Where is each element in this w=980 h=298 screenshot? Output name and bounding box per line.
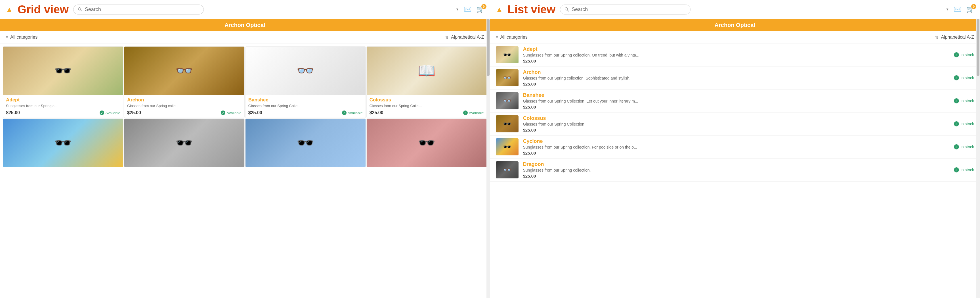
- product-price-archon: $25.00: [127, 110, 141, 115]
- grid-product-area: Adept Sunglasses from our Spring c... $2…: [0, 43, 490, 298]
- list-view-title: List view: [508, 4, 555, 15]
- list-item-adept[interactable]: Adept Sunglasses from our Spring collect…: [490, 43, 980, 67]
- product-image-banshee: [245, 46, 366, 95]
- grid-mail-button[interactable]: ✉️: [464, 6, 471, 13]
- grid-logo-icon: ▲: [6, 5, 13, 14]
- list-status-archon: ✓ In stock: [954, 75, 974, 80]
- list-cart-badge: 0: [971, 4, 976, 9]
- list-scrollbar-thumb[interactable]: [977, 19, 980, 76]
- list-sort-icon: ⇅: [935, 35, 939, 40]
- in-stock-badge-dragoon: ✓ In stock: [954, 167, 974, 172]
- grid-sort-icon: ⇅: [445, 35, 449, 40]
- list-item-cyclone[interactable]: Cyclone Sunglasses from our Spring colle…: [490, 135, 980, 159]
- product-check-adept: ✓: [100, 110, 104, 115]
- list-name-cyclone: Cyclone: [523, 139, 949, 144]
- list-mail-button[interactable]: ✉️: [954, 6, 961, 13]
- grid-filter-bar: ≡ All categories ⇅ Alphabetical A-Z: [0, 31, 490, 43]
- product-status-archon: ✓ Available: [221, 110, 242, 115]
- list-sort-filter[interactable]: ⇅ Alphabetical A-Z: [935, 35, 974, 40]
- check-adept: ✓: [954, 52, 959, 57]
- list-item-banshee[interactable]: Banshee Glasses from our Spring Collecti…: [490, 89, 980, 113]
- list-price-cyclone: $25.00: [523, 151, 949, 155]
- grid-search-icon: [78, 7, 83, 12]
- list-item-colossus[interactable]: Colossus Glasses from our Spring Collect…: [490, 113, 980, 135]
- svg-line-3: [567, 10, 569, 11]
- svg-point-0: [78, 8, 81, 10]
- grid-topbar-icons: ✉️ 🛒 0: [464, 6, 484, 13]
- product-desc-colossus: Glasses from our Spring Colle...: [369, 104, 484, 108]
- product-card-row2-1[interactable]: [3, 118, 124, 167]
- product-card-archon[interactable]: Archon Glasses from our Spring colle... …: [124, 46, 245, 118]
- product-desc-banshee: Glasses from our Spring Colle...: [248, 104, 363, 108]
- product-grid-row1: Adept Sunglasses from our Spring c... $2…: [3, 46, 487, 118]
- product-check-archon: ✓: [221, 110, 225, 115]
- in-stock-badge-banshee: ✓ In stock: [954, 98, 974, 104]
- list-desc-archon: Glasses from our Spring collection. Soph…: [523, 76, 949, 80]
- grid-sort-filter[interactable]: ⇅ Alphabetical A-Z: [445, 35, 484, 40]
- list-logo-icon: ▲: [496, 5, 503, 14]
- list-item-archon[interactable]: Archon Glasses from our Spring collectio…: [490, 67, 980, 89]
- list-name-archon: Archon: [523, 69, 949, 75]
- list-image-cyclone: [496, 139, 519, 155]
- grid-cart-button[interactable]: 🛒 0: [477, 6, 484, 13]
- list-price-archon: $25.00: [523, 81, 949, 86]
- product-price-banshee: $25.00: [248, 110, 262, 115]
- product-card-row2-4[interactable]: [366, 118, 487, 167]
- in-stock-badge-archon: ✓ In stock: [954, 75, 974, 80]
- grid-search-input[interactable]: [85, 6, 199, 13]
- list-all-categories-label: All categories: [500, 35, 528, 40]
- product-card-banshee[interactable]: Banshee Glasses from our Spring Colle...…: [245, 46, 366, 118]
- check-cyclone: ✓: [954, 144, 959, 150]
- product-image-archon: [124, 46, 244, 95]
- product-image-row2-1: [3, 119, 123, 167]
- list-scrollbar[interactable]: [976, 19, 980, 298]
- product-desc-archon: Glasses from our Spring colle...: [127, 104, 242, 108]
- list-cart-button[interactable]: 🛒 0: [966, 6, 974, 13]
- product-desc-adept: Sunglasses from our Spring c...: [6, 104, 120, 108]
- product-card-colossus[interactable]: Colossus Glasses from our Spring Colle..…: [366, 46, 487, 118]
- list-item-dragoon[interactable]: Dragoon Sunglasses from our Spring colle…: [490, 159, 980, 182]
- grid-sort-dropdown[interactable]: ▼: [456, 7, 459, 11]
- list-search-box[interactable]: [560, 5, 690, 14]
- check-dragoon: ✓: [954, 167, 959, 172]
- product-image-row2-2: [124, 119, 244, 167]
- grid-categories-filter[interactable]: ≡ All categories: [6, 35, 37, 40]
- product-name-colossus: Colossus: [369, 97, 484, 103]
- grid-dropdown-arrow: ▼: [456, 7, 459, 11]
- list-status-adept: ✓ In stock: [954, 52, 974, 57]
- grid-scrollbar-thumb[interactable]: [487, 19, 490, 76]
- list-search-input[interactable]: [571, 6, 686, 13]
- product-card-row2-3[interactable]: [245, 118, 366, 167]
- list-price-dragoon: $25.00: [523, 174, 949, 178]
- list-dropdown-arrow: ▼: [946, 7, 949, 11]
- list-sort-dropdown[interactable]: ▼: [946, 7, 949, 11]
- list-name-colossus: Colossus: [523, 115, 949, 121]
- product-status-banshee: ✓ Available: [342, 110, 363, 115]
- grid-view-title: Grid view: [18, 4, 69, 15]
- list-image-archon: [496, 69, 519, 86]
- product-card-row2-2[interactable]: [124, 118, 245, 167]
- grid-search-box[interactable]: [73, 5, 204, 14]
- list-status-cyclone: ✓ In stock: [954, 144, 974, 150]
- in-stock-badge-colossus: ✓ In stock: [954, 121, 974, 126]
- grid-store-header: Archon Optical: [0, 19, 490, 31]
- in-stock-badge-cyclone: ✓ In stock: [954, 144, 974, 150]
- list-categories-filter[interactable]: ≡ All categories: [496, 35, 528, 40]
- list-search-icon: [564, 7, 570, 12]
- grid-scrollbar[interactable]: [487, 19, 490, 298]
- list-status-banshee: ✓ In stock: [954, 98, 974, 104]
- product-check-banshee: ✓: [342, 110, 347, 115]
- list-image-banshee: [496, 92, 519, 109]
- list-image-dragoon: [496, 161, 519, 178]
- svg-point-2: [565, 8, 568, 10]
- product-image-colossus: [367, 46, 487, 95]
- product-image-row2-3: [245, 119, 366, 167]
- grid-view-panel: ▲ Grid view ▼ ✉️ 🛒 0 Archon Optical: [0, 0, 490, 298]
- list-status-colossus: ✓ In stock: [954, 121, 974, 126]
- grid-sort-label: Alphabetical A-Z: [451, 35, 484, 40]
- list-desc-adept: Sunglasses from our Spring collection. O…: [523, 53, 949, 57]
- list-price-adept: $25.00: [523, 59, 949, 63]
- list-topbar-icons: ✉️ 🛒 0: [954, 6, 974, 13]
- product-card-adept[interactable]: Adept Sunglasses from our Spring c... $2…: [3, 46, 124, 118]
- product-name-adept: Adept: [6, 97, 120, 103]
